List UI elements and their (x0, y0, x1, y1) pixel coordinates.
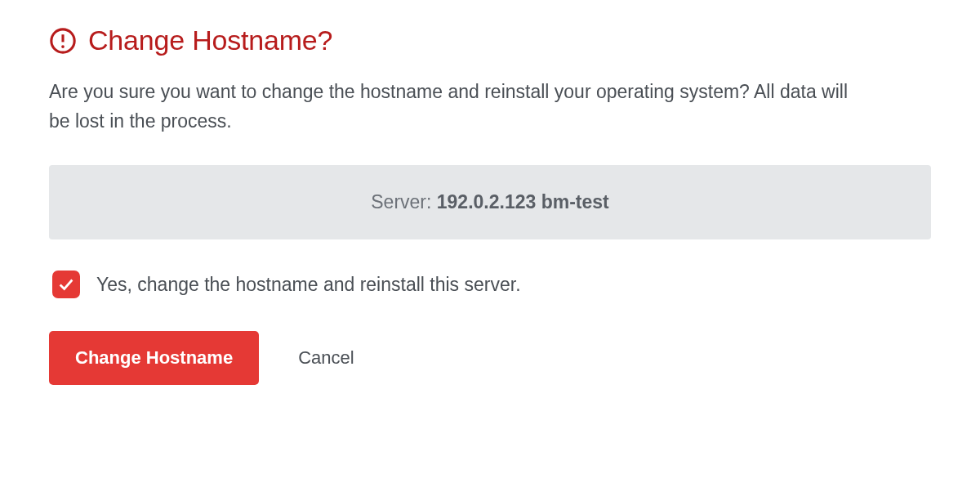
alert-circle-icon (49, 27, 77, 55)
dialog-title: Change Hostname? (88, 25, 332, 56)
svg-point-2 (61, 45, 65, 48)
server-value: 192.0.2.123 bm-test (437, 191, 609, 212)
server-banner: Server: 192.0.2.123 bm-test (49, 165, 931, 239)
dialog-header: Change Hostname? (49, 25, 931, 56)
dialog-message: Are you sure you want to change the host… (49, 78, 866, 136)
confirm-row: Yes, change the hostname and reinstall t… (49, 271, 931, 298)
cancel-button[interactable]: Cancel (298, 347, 354, 369)
confirm-checkbox[interactable] (52, 271, 80, 298)
change-hostname-dialog: Change Hostname? Are you sure you want t… (49, 25, 931, 385)
change-hostname-button[interactable]: Change Hostname (49, 331, 259, 385)
check-icon (57, 275, 75, 293)
server-label: Server: (371, 191, 437, 212)
dialog-actions: Change Hostname Cancel (49, 331, 931, 385)
confirm-checkbox-label[interactable]: Yes, change the hostname and reinstall t… (96, 274, 521, 296)
